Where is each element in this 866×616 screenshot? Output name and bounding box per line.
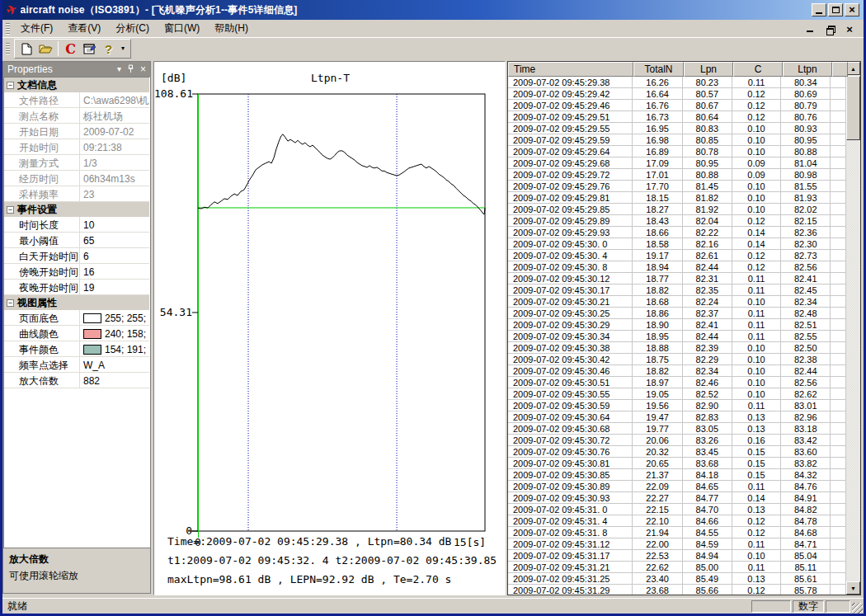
table-row[interactable]: 2009-07-02 09:45:29.5116.7380.640.1280.7… bbox=[508, 111, 846, 123]
menu-item-4[interactable]: 帮助(H) bbox=[207, 20, 256, 36]
table-row[interactable]: 2009-07-02 09:45:31.2122.6285.000.1185.1… bbox=[508, 562, 846, 573]
table-row[interactable]: 2009-07-02 09:45:30. 818.9482.440.1282.5… bbox=[508, 261, 846, 273]
table-row[interactable]: 2009-07-02 09:45:29.7617.7081.450.1081.5… bbox=[508, 181, 846, 192]
table-row[interactable]: 2009-07-02 09:45:30.5118.9782.460.1082.5… bbox=[508, 377, 846, 388]
property-value[interactable]: 65 bbox=[80, 233, 149, 247]
table-row[interactable]: 2009-07-02 09:45:30.2918.9082.410.1182.5… bbox=[508, 319, 846, 331]
chart-panel[interactable]: Ltpn-T [dB] 108.6154.310015[s]Time=:2009… bbox=[153, 61, 506, 595]
table-row[interactable]: 2009-07-02 09:45:29.7217.0180.880.0980.9… bbox=[508, 169, 846, 181]
table-row[interactable]: 2009-07-02 09:45:29.5516.9580.830.1080.9… bbox=[508, 123, 846, 134]
table-row[interactable]: 2009-07-02 09:45:31. 022.1584.700.1384.8… bbox=[508, 504, 846, 515]
column-header-C[interactable]: C bbox=[733, 62, 783, 77]
toolbar-grip[interactable] bbox=[6, 43, 10, 54]
property-value[interactable]: 255; 255; 25 bbox=[80, 310, 149, 325]
column-header-TotalN[interactable]: TotalN bbox=[633, 62, 684, 77]
open-file-button[interactable] bbox=[36, 40, 55, 58]
property-value[interactable]: W_A bbox=[80, 357, 149, 372]
toolbar-overflow-button[interactable]: ▾ bbox=[118, 40, 128, 58]
color-swatch[interactable] bbox=[83, 313, 101, 323]
column-header-Time[interactable]: Time bbox=[508, 62, 633, 77]
menu-item-3[interactable]: 窗口(W) bbox=[157, 20, 207, 36]
table-row[interactable]: 2009-07-02 09:45:30. 018.5882.160.1482.3… bbox=[508, 238, 846, 250]
table-row[interactable]: 2009-07-02 09:45:29.4216.6480.570.1280.6… bbox=[508, 88, 846, 100]
table-row[interactable]: 2009-07-02 09:45:31.2523.4085.490.1385.6… bbox=[508, 573, 846, 585]
menu-grip[interactable] bbox=[6, 23, 10, 35]
property-value[interactable]: 6 bbox=[80, 248, 149, 263]
table-row[interactable]: 2009-07-02 09:45:30.7620.3283.450.1583.6… bbox=[508, 446, 846, 458]
minimize-button[interactable] bbox=[812, 3, 826, 16]
help-button[interactable]: ? bbox=[99, 40, 118, 58]
table-row[interactable]: 2009-07-02 09:45:30.6419.4782.830.1382.9… bbox=[508, 411, 846, 423]
collapse-icon[interactable]: − bbox=[7, 299, 14, 307]
menu-item-1[interactable]: 查看(V) bbox=[60, 20, 108, 36]
property-value[interactable]: 10 bbox=[80, 217, 149, 232]
property-value[interactable]: 19 bbox=[80, 280, 149, 294]
close-button[interactable]: × bbox=[845, 3, 859, 16]
property-value[interactable]: 240; 158; 15 bbox=[80, 326, 149, 341]
table-row[interactable]: 2009-07-02 09:45:30.6819.7783.050.1383.1… bbox=[508, 423, 846, 435]
table-row[interactable]: 2009-07-02 09:45:29.8918.4382.040.1282.1… bbox=[508, 215, 846, 227]
table-row[interactable]: 2009-07-02 09:45:30.1218.7782.310.1182.4… bbox=[508, 273, 846, 284]
column-header-blank[interactable] bbox=[832, 62, 848, 77]
table-row[interactable]: 2009-07-02 09:45:29.3816.2680.230.1180.3… bbox=[508, 77, 846, 88]
table-row[interactable]: 2009-07-02 09:45:30.8922.0984.650.1184.7… bbox=[508, 481, 846, 492]
color-swatch[interactable] bbox=[83, 345, 101, 355]
scroll-up-arrow-icon[interactable]: ▲ bbox=[846, 62, 860, 75]
table-row[interactable]: 2009-07-02 09:45:30.3818.8882.390.1082.5… bbox=[508, 342, 846, 354]
table-row[interactable]: 2009-07-02 09:45:30.2518.8682.370.1182.4… bbox=[508, 308, 846, 319]
new-file-button[interactable] bbox=[17, 40, 36, 58]
property-section-header[interactable]: −视图属性 bbox=[4, 295, 149, 310]
table-row[interactable]: 2009-07-02 09:45:29.5916.9880.850.1080.9… bbox=[508, 134, 846, 146]
property-value[interactable]: 154; 191; 18 bbox=[80, 341, 149, 356]
table-row[interactable]: 2009-07-02 09:45:30.9322.2784.770.1484.9… bbox=[508, 492, 846, 504]
color-swatch[interactable] bbox=[83, 329, 101, 339]
table-row[interactable]: 2009-07-02 09:45:29.8518.2781.920.1082.0… bbox=[508, 204, 846, 215]
resize-grip[interactable] bbox=[852, 603, 863, 614]
table-row[interactable]: 2009-07-02 09:45:30. 419.1782.610.1282.7… bbox=[508, 250, 846, 261]
scrollbar-thumb[interactable] bbox=[846, 76, 860, 140]
table-row[interactable]: 2009-07-02 09:45:30.3418.9582.440.1182.5… bbox=[508, 331, 846, 342]
column-header-Lpn[interactable]: Lpn bbox=[684, 62, 733, 77]
table-row[interactable]: 2009-07-02 09:45:30.5919.5682.900.1183.0… bbox=[508, 400, 846, 411]
analysis-button[interactable]: C bbox=[61, 40, 80, 58]
column-header-Ltpn[interactable]: Ltpn bbox=[783, 62, 832, 77]
table-row[interactable]: 2009-07-02 09:45:31. 821.9484.550.1284.6… bbox=[508, 527, 846, 538]
menu-item-0[interactable]: 文件(F) bbox=[13, 20, 60, 36]
properties-button[interactable] bbox=[80, 40, 99, 58]
collapse-icon[interactable]: − bbox=[7, 206, 14, 214]
scroll-down-arrow-icon[interactable]: ▼ bbox=[846, 581, 860, 595]
table-row[interactable]: 2009-07-02 09:45:29.6416.8980.780.1080.8… bbox=[508, 146, 846, 158]
table-row[interactable]: 2009-07-02 09:45:31.1222.0084.590.1184.7… bbox=[508, 538, 846, 550]
table-vertical-scrollbar[interactable]: ▲ ▼ bbox=[846, 62, 860, 595]
table-row[interactable]: 2009-07-02 09:45:29.9318.6682.220.1482.3… bbox=[508, 227, 846, 238]
table-row[interactable]: 2009-07-02 09:45:31.1722.5384.940.1085.0… bbox=[508, 550, 846, 562]
table-row[interactable]: 2009-07-02 09:45:29.6817.0980.950.0981.0… bbox=[508, 158, 846, 169]
table-row[interactable]: 2009-07-02 09:45:31. 422.1084.660.1284.7… bbox=[508, 515, 846, 527]
table-row[interactable]: 2009-07-02 09:45:30.4218.7582.290.1082.3… bbox=[508, 354, 846, 365]
table-cell: 2009-07-02 09:45:30.38 bbox=[508, 342, 633, 353]
property-section-header[interactable]: −事件设置 bbox=[4, 202, 149, 217]
table-row[interactable]: 2009-07-02 09:45:30.4618.8282.340.1082.4… bbox=[508, 365, 846, 377]
properties-panel: Properties ▾ × −文档信息文件路径C:\awa6298\机场测点名… bbox=[2, 61, 151, 594]
table-row[interactable]: 2009-07-02 09:45:30.2118.6882.240.1082.3… bbox=[508, 296, 846, 308]
mdi-restore-button[interactable] bbox=[824, 23, 835, 34]
table-row[interactable]: 2009-07-02 09:45:30.5519.0582.520.1082.6… bbox=[508, 388, 846, 400]
mdi-minimize-button[interactable] bbox=[804, 23, 816, 34]
pin-icon[interactable] bbox=[127, 64, 134, 75]
collapse-icon[interactable]: − bbox=[7, 82, 14, 89]
menu-item-2[interactable]: 分析(C) bbox=[108, 20, 157, 36]
table-row[interactable]: 2009-07-02 09:45:30.8521.3784.180.1584.3… bbox=[508, 469, 846, 481]
maximize-button[interactable] bbox=[828, 3, 843, 16]
property-value[interactable]: 16 bbox=[80, 264, 149, 279]
table-row[interactable]: 2009-07-02 09:45:30.8120.6583.680.1583.8… bbox=[508, 458, 846, 469]
table-row[interactable]: 2009-07-02 09:45:30.7220.0683.260.1683.4… bbox=[508, 435, 846, 446]
table-row[interactable]: 2009-07-02 09:45:29.8118.1581.820.1081.9… bbox=[508, 192, 846, 204]
table-row[interactable]: 2009-07-02 09:45:31.2923.6885.660.1285.7… bbox=[508, 585, 846, 595]
chevron-down-icon[interactable]: ▾ bbox=[117, 65, 121, 73]
close-panel-icon[interactable]: × bbox=[140, 65, 146, 73]
table-row[interactable]: 2009-07-02 09:45:29.4616.7680.670.1280.7… bbox=[508, 100, 846, 111]
property-section-header[interactable]: −文档信息 bbox=[4, 78, 149, 92]
mdi-close-button[interactable]: × bbox=[844, 23, 855, 34]
table-row[interactable]: 2009-07-02 09:45:30.1718.8282.350.1182.4… bbox=[508, 284, 846, 296]
property-value[interactable]: 882 bbox=[80, 373, 149, 388]
